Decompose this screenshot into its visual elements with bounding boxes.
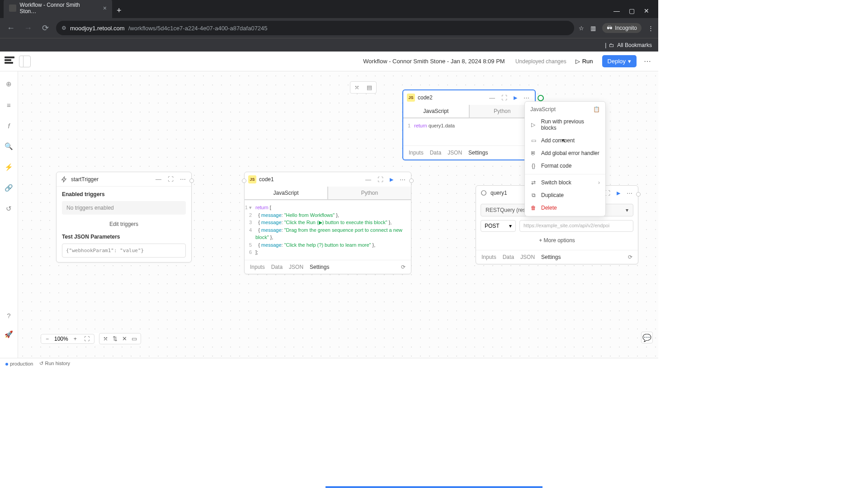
incognito-badge[interactable]: 🕶 Incognito xyxy=(602,23,642,33)
url-input[interactable]: https://example_site.com/api/v2/endpoi xyxy=(519,220,633,232)
panel-icon[interactable]: ▥ xyxy=(590,25,596,32)
add-block-icon[interactable]: ⊕ xyxy=(4,79,14,89)
all-bookmarks-link[interactable]: All Bookmarks xyxy=(617,42,652,48)
panel-toggle-icon[interactable] xyxy=(19,56,31,67)
browser-tab[interactable]: Workflow - Connor Smith Ston… × xyxy=(4,0,112,18)
zoom-in-icon[interactable]: + xyxy=(72,336,79,342)
collapse-icon[interactable]: — xyxy=(363,175,373,184)
tab-json[interactable]: JSON xyxy=(520,254,535,260)
new-tab-button[interactable]: + xyxy=(112,3,126,18)
reload-icon[interactable]: ⟳ xyxy=(39,22,52,34)
tab-data[interactable]: Data xyxy=(503,254,514,260)
tab-inputs[interactable]: Inputs xyxy=(481,254,496,260)
tab-settings[interactable]: Settings xyxy=(541,254,561,260)
run-block-icon[interactable]: ▶ xyxy=(388,176,395,183)
bookmark-star-icon[interactable]: ☆ xyxy=(579,25,584,32)
clipboard-icon[interactable]: 📋 xyxy=(593,106,600,113)
refresh-icon[interactable]: ⟳ xyxy=(401,264,406,270)
collapse-icon[interactable]: — xyxy=(487,94,497,102)
close-tool-icon[interactable]: ✕ xyxy=(122,335,127,342)
edit-triggers-link[interactable]: Edit triggers xyxy=(62,218,186,234)
tab-javascript[interactable]: JavaScript xyxy=(403,105,469,118)
expand-icon[interactable]: ⛶ xyxy=(376,175,385,184)
back-icon[interactable]: ← xyxy=(5,22,17,34)
expand-icon[interactable]: ⛶ xyxy=(166,175,175,183)
more-options-link[interactable]: + More options xyxy=(481,235,633,245)
function-icon[interactable]: f xyxy=(4,120,14,131)
app-logo-icon[interactable] xyxy=(5,56,14,66)
deploy-button[interactable]: Deploy ▾ xyxy=(602,55,637,67)
search-icon[interactable]: 🔍 xyxy=(4,141,14,152)
tab-json[interactable]: JSON xyxy=(289,264,303,270)
url-bar[interactable]: ⚙ moodjoy1.retool.com/workflows/5d4c1ce7… xyxy=(56,21,574,35)
tab-close-icon[interactable]: × xyxy=(103,5,107,12)
code-editor[interactable]: 1 ▾return [ 2 { message: "Hello from Wor… xyxy=(245,200,411,260)
menu-duplicate[interactable]: ⧉ Duplicate xyxy=(525,189,605,202)
rocket-icon[interactable]: 🚀 xyxy=(4,329,14,340)
menu-divider xyxy=(525,174,605,174)
collapse-icon[interactable]: — xyxy=(154,175,163,183)
fit-screen-icon[interactable]: ⛶ xyxy=(82,336,91,342)
bookmarks-divider: | xyxy=(605,42,606,48)
grid-view-icon[interactable]: ▤ xyxy=(364,83,375,92)
bolt-icon[interactable]: ⚡ xyxy=(4,162,14,173)
output-port[interactable] xyxy=(409,178,414,183)
menu-switch-block[interactable]: ⇄ Switch block › xyxy=(525,176,605,189)
tab-python[interactable]: Python xyxy=(328,187,411,200)
menu-format-code[interactable]: {} Format code xyxy=(525,160,605,172)
list-icon[interactable]: ≡ xyxy=(4,99,14,110)
block-more-icon[interactable]: ⋯ xyxy=(522,94,531,102)
menu-run-previous[interactable]: ▷ Run with previous blocks xyxy=(525,115,605,134)
minimap-icon[interactable]: ▭ xyxy=(132,335,137,342)
sequence-port[interactable] xyxy=(538,95,544,101)
env-indicator[interactable]: production xyxy=(5,361,33,366)
refresh-icon[interactable]: ⟳ xyxy=(628,254,632,260)
site-settings-icon[interactable]: ⚙ xyxy=(61,25,66,31)
close-window-icon[interactable]: ✕ xyxy=(644,7,649,14)
browser-tab-strip: Workflow - Connor Smith Ston… × + — ▢ ✕ xyxy=(0,0,658,18)
chat-icon[interactable]: 💬 xyxy=(641,332,653,343)
tab-javascript[interactable]: JavaScript xyxy=(245,187,328,200)
output-port[interactable] xyxy=(189,178,194,183)
run-block-icon[interactable]: ▶ xyxy=(615,189,622,197)
flow-view-icon[interactable]: ⤱ xyxy=(352,83,362,92)
expand-icon[interactable]: ⛶ xyxy=(500,94,509,102)
output-port[interactable] xyxy=(636,192,641,197)
zoom-out-icon[interactable]: − xyxy=(44,336,51,342)
test-params-input[interactable]: {"webhookParam1": "value"} xyxy=(62,244,186,258)
menu-delete[interactable]: 🗑 Delete xyxy=(525,202,605,214)
menu-add-error-handler[interactable]: ⛨ Add global error handler xyxy=(525,147,605,160)
input-port[interactable] xyxy=(242,178,246,183)
tab-settings[interactable]: Settings xyxy=(310,264,329,270)
header-more-icon[interactable]: ⋯ xyxy=(641,55,654,67)
tab-settings[interactable]: Settings xyxy=(468,150,488,156)
method-select[interactable]: POST ▾ xyxy=(481,220,516,232)
maximize-icon[interactable]: ▢ xyxy=(629,7,635,14)
link-icon[interactable]: 🔗 xyxy=(4,183,14,193)
code-editor[interactable]: 1return query1.data xyxy=(403,118,535,145)
tab-inputs[interactable]: Inputs xyxy=(409,150,424,156)
tab-data[interactable]: Data xyxy=(271,264,283,270)
code1-block[interactable]: JS code1 — ⛶ ▶ ⋯ JavaScript Python 1 ▾re… xyxy=(244,172,411,274)
block-more-icon[interactable]: ⋯ xyxy=(625,189,634,197)
run-history-link[interactable]: ↺ Run history xyxy=(39,361,70,366)
browser-menu-icon[interactable]: ⋮ xyxy=(648,25,654,32)
run-button[interactable]: ▷ Run xyxy=(571,56,598,67)
block-more-icon[interactable]: ⋯ xyxy=(398,175,407,184)
app-header: Workflow - Connor Smith Stone - Jan 8, 2… xyxy=(0,52,658,71)
layout-icon[interactable]: ⤱ xyxy=(103,335,108,342)
history-icon[interactable]: ↺ xyxy=(4,203,14,214)
block-more-icon[interactable]: ⋯ xyxy=(178,175,188,183)
start-trigger-block[interactable]: startTrigger — ⛶ ⋯ Enabled triggers No t… xyxy=(56,172,192,263)
browser-toolbar: ← → ⟳ ⚙ moodjoy1.retool.com/workflows/5d… xyxy=(0,18,658,38)
workflow-canvas[interactable]: ⤱ ▤ startTrigger — ⛶ ⋯ Enabled triggers … xyxy=(18,71,658,358)
minimize-icon[interactable]: — xyxy=(613,7,620,14)
arrows-icon[interactable]: ⇅ xyxy=(113,335,118,342)
code2-block[interactable]: JS code2 — ⛶ ▶ ⋯ JavaScript Python 1retu… xyxy=(402,89,536,160)
tab-inputs[interactable]: Inputs xyxy=(250,264,265,270)
forward-icon[interactable]: → xyxy=(22,22,34,34)
tab-data[interactable]: Data xyxy=(430,150,441,156)
help-icon[interactable]: ? xyxy=(4,310,14,321)
tab-json[interactable]: JSON xyxy=(448,150,462,156)
run-block-icon[interactable]: ▶ xyxy=(512,94,519,102)
